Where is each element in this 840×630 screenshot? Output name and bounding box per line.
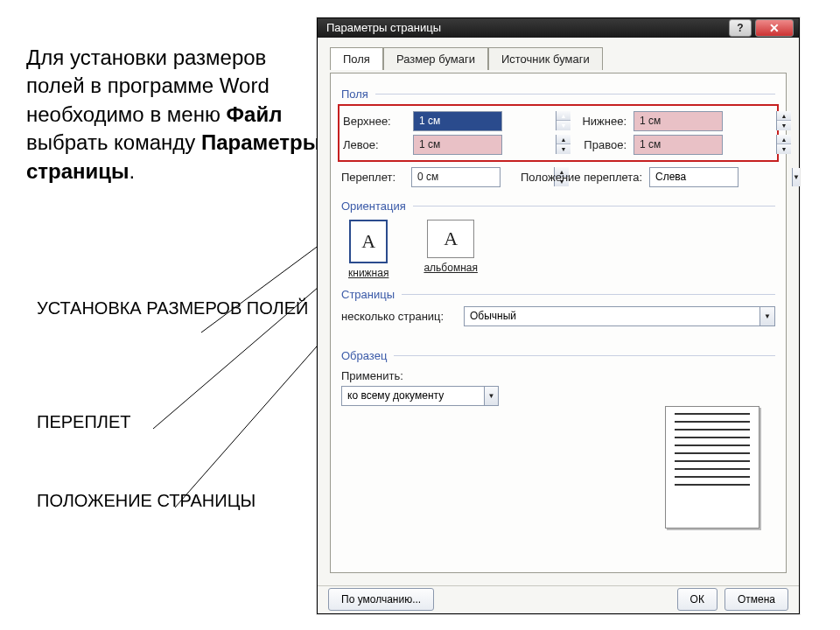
tab-margins[interactable]: Поля xyxy=(330,47,383,70)
chevron-down-icon[interactable]: ▼ xyxy=(484,387,498,405)
bottom-margin-label: Нижнее: xyxy=(502,115,634,128)
spin-up-icon[interactable]: ▲ xyxy=(777,111,791,121)
gutter-stepper[interactable]: ▲▼ xyxy=(411,167,500,187)
portrait-icon: A xyxy=(349,220,388,263)
left-margin-label: Левое: xyxy=(343,138,413,151)
orientation-landscape[interactable]: A альбомная xyxy=(424,220,478,274)
apply-to-combo[interactable]: ▼ xyxy=(341,386,499,406)
margins-highlight-box: Верхнее: ▲▼ Нижнее: ▲▼ Левое: xyxy=(338,104,779,162)
dialog-titlebar: Параметры страницы ? ✕ xyxy=(318,18,799,38)
ok-button[interactable]: ОК xyxy=(677,588,718,611)
section-margins: Поля xyxy=(341,88,775,101)
bottom-margin-input[interactable] xyxy=(634,115,776,127)
chevron-down-icon[interactable]: ▼ xyxy=(760,307,774,326)
chevron-down-icon[interactable]: ▼ xyxy=(792,168,800,186)
help-button[interactable]: ? xyxy=(729,19,752,37)
section-pages: Страницы xyxy=(341,288,775,301)
left-margin-stepper[interactable]: ▲▼ xyxy=(413,135,502,155)
right-margin-stepper[interactable]: ▲▼ xyxy=(634,135,723,155)
page-setup-dialog: Параметры страницы ? ✕ Поля Размер бумаг… xyxy=(317,18,800,614)
bottom-margin-stepper[interactable]: ▲▼ xyxy=(634,111,723,131)
top-margin-label: Верхнее: xyxy=(343,115,413,128)
landscape-icon: A xyxy=(427,220,474,258)
apply-to-input[interactable] xyxy=(342,389,484,402)
orientation-portrait[interactable]: A книжная xyxy=(348,220,388,279)
top-margin-stepper[interactable]: ▲▼ xyxy=(413,111,502,131)
callout-gutter: ПЕРЕПЛЕТ xyxy=(37,411,130,433)
gutter-label: Переплет: xyxy=(341,171,411,184)
gutter-position-input[interactable] xyxy=(650,171,792,183)
gutter-position-combo[interactable]: ▼ xyxy=(649,167,738,187)
preview-page-icon xyxy=(665,406,760,528)
gutter-position-label: Положение переплета: xyxy=(500,171,649,184)
callout-margins: УСТАНОВКА РАЗМЕРОВ ПОЛЕЙ xyxy=(37,298,308,319)
dialog-title: Параметры страницы xyxy=(326,21,441,34)
callout-orientation: ПОЛОЖЕНИЕ СТРАНИЦЫ xyxy=(37,490,256,512)
tab-paper-size[interactable]: Размер бумаги xyxy=(383,47,488,70)
spin-down-icon[interactable]: ▼ xyxy=(777,144,791,154)
close-button[interactable]: ✕ xyxy=(755,19,794,37)
default-button[interactable]: По умолчанию... xyxy=(328,588,434,611)
tab-paper-source[interactable]: Источник бумаги xyxy=(488,47,603,70)
description-text: Для установки размеров полей в программе… xyxy=(26,44,324,186)
section-orientation: Ориентация xyxy=(341,200,775,213)
multi-pages-input[interactable] xyxy=(465,310,760,322)
right-margin-label: Правое: xyxy=(502,138,634,151)
cancel-button[interactable]: Отмена xyxy=(724,588,788,611)
multi-pages-label: несколько страниц: xyxy=(341,310,464,323)
tab-bar: Поля Размер бумаги Источник бумаги xyxy=(330,46,787,69)
section-preview: Образец xyxy=(341,349,775,362)
spin-down-icon[interactable]: ▼ xyxy=(777,121,791,130)
multi-pages-combo[interactable]: ▼ xyxy=(464,306,775,326)
spin-up-icon[interactable]: ▲ xyxy=(777,135,791,144)
right-margin-input[interactable] xyxy=(634,138,776,150)
apply-to-label: Применить: xyxy=(341,369,429,382)
